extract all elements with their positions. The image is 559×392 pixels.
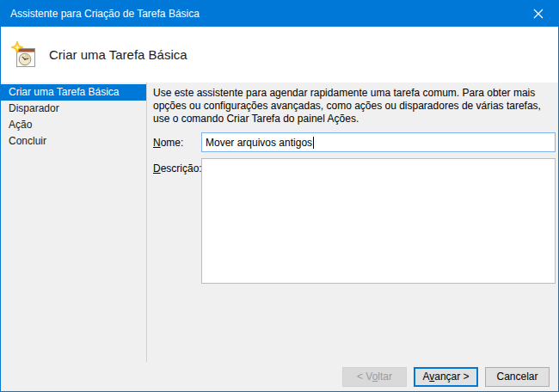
task-wizard-icon xyxy=(10,40,38,70)
sidebar-item-disparador: Disparador xyxy=(1,101,146,117)
descricao-row: Descrição: xyxy=(153,158,556,284)
sidebar-item-criar-uma-tarefa-basica: Criar uma Tarefa Básica xyxy=(1,84,146,101)
nome-input-value: Mover arquivos antigos xyxy=(206,137,312,149)
window-title: Assistente para Criação de Tarefa Básica xyxy=(1,8,200,20)
main-area: Criar uma Tarefa Básica Disparador Ação … xyxy=(1,83,558,362)
sidebar-item-concluir: Concluir xyxy=(1,133,146,150)
titlebar: Assistente para Criação de Tarefa Básica xyxy=(1,1,558,27)
descricao-textarea[interactable] xyxy=(201,158,556,284)
page-title: Criar uma Tarefa Básica xyxy=(49,47,187,62)
wizard-steps-sidebar: Criar uma Tarefa Básica Disparador Ação … xyxy=(1,83,147,362)
voltar-button[interactable]: < Voltar xyxy=(342,367,407,387)
sidebar-item-acao: Ação xyxy=(1,117,146,133)
nome-input[interactable]: Mover arquivos antigos xyxy=(201,132,556,152)
descricao-label: Descrição: xyxy=(153,158,201,284)
nome-row: Nome: Mover arquivos antigos xyxy=(153,132,556,152)
nome-label: Nome: xyxy=(153,132,201,152)
footer-button-bar: < Voltar Avançar > Cancelar xyxy=(1,362,558,391)
close-button[interactable] xyxy=(519,1,558,27)
wizard-window: Assistente para Criação de Tarefa Básica xyxy=(0,0,559,392)
wizard-step-content: Use este assistente para agendar rapidam… xyxy=(147,83,558,362)
wizard-header: Criar uma Tarefa Básica xyxy=(1,27,558,83)
text-caret xyxy=(313,137,314,149)
close-icon xyxy=(533,9,544,19)
avancar-button[interactable]: Avançar > xyxy=(414,367,478,387)
intro-text: Use este assistente para agendar rapidam… xyxy=(153,87,556,126)
cancelar-button[interactable]: Cancelar xyxy=(485,367,550,387)
